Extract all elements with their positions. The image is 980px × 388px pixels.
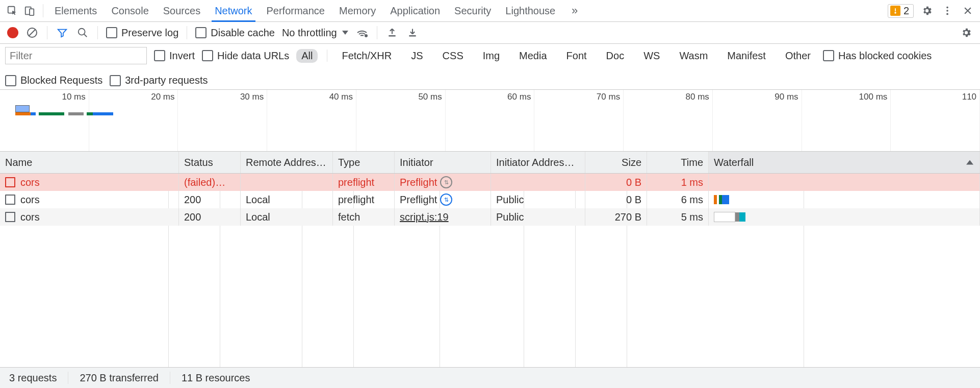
type-filter-img[interactable]: Img (478, 49, 505, 63)
cell-time: 6 ms (647, 191, 709, 208)
col-time[interactable]: Time (647, 152, 709, 173)
table-body: cors(failed)…preflightPreflight⇅0 B1 msc… (0, 174, 980, 367)
tabs-overflow-icon[interactable]: » (568, 4, 582, 18)
clear-log-icon[interactable] (25, 26, 39, 39)
tab-performance[interactable]: Performance (267, 0, 325, 21)
device-toggle-icon[interactable] (22, 4, 37, 18)
request-row[interactable]: cors200LocalpreflightPreflight⇅Public0 B… (0, 191, 980, 208)
requests-table: Name Status Remote Addres… Type Initiato… (0, 152, 980, 368)
col-remote[interactable]: Remote Addres… (241, 152, 333, 173)
tab-memory[interactable]: Memory (339, 0, 376, 21)
tab-elements[interactable]: Elements (55, 0, 97, 21)
type-filter-fetchxhr[interactable]: Fetch/XHR (337, 49, 397, 63)
separator (47, 26, 47, 39)
search-icon[interactable] (76, 26, 89, 39)
filter-input[interactable] (5, 47, 147, 64)
cell-time: 5 ms (647, 208, 709, 226)
col-type[interactable]: Type (333, 152, 395, 173)
throttling-value: No throttling (282, 27, 337, 39)
col-waterfall[interactable]: Waterfall (709, 152, 980, 173)
settings-gear-icon[interactable] (920, 4, 934, 18)
col-waterfall-label: Waterfall (714, 157, 754, 168)
timeline-tick: 100 ms (802, 90, 891, 151)
has-blocked-cookies-checkbox[interactable]: Has blocked cookies (823, 50, 932, 62)
type-filter-doc[interactable]: Doc (601, 49, 630, 63)
request-row[interactable]: cors200Localfetchscript.js:19Public270 B… (0, 208, 980, 226)
checkbox-icon (202, 50, 213, 61)
issues-count: 2 (904, 5, 909, 17)
cell-remote: Local (241, 208, 333, 226)
timeline-tick: 10 ms (0, 90, 89, 151)
type-filter-font[interactable]: Font (561, 49, 592, 63)
filter-funnel-icon[interactable] (56, 26, 69, 39)
kebab-menu-icon[interactable] (940, 4, 955, 18)
issues-badge[interactable]: 2 (888, 4, 914, 18)
checkbox-icon (106, 27, 117, 38)
disable-cache-checkbox[interactable]: Disable cache (195, 27, 275, 39)
initiator-link[interactable]: script.js:19 (400, 211, 449, 223)
disable-cache-label: Disable cache (211, 27, 275, 39)
timeline-tick: 30 ms (178, 90, 267, 151)
cell-waterfall (709, 174, 980, 191)
svg-rect-11 (409, 35, 416, 37)
resource-type-filters: AllFetch/XHRJSCSSImgMediaFontDocWSWasmMa… (296, 49, 816, 63)
type-filter-js[interactable]: JS (406, 49, 428, 63)
panel-settings-gear-icon[interactable] (960, 26, 973, 39)
invert-checkbox[interactable]: Invert (154, 50, 195, 62)
preserve-log-checkbox[interactable]: Preserve log (106, 27, 178, 39)
hide-data-urls-label: Hide data URLs (217, 50, 289, 62)
type-filter-other[interactable]: Other (780, 49, 816, 63)
cell-type: fetch (333, 208, 395, 226)
initiator-text: Preflight (400, 194, 437, 206)
timeline-requests-strip (15, 112, 113, 115)
request-row[interactable]: cors(failed)…preflightPreflight⇅0 B1 ms (0, 174, 980, 191)
third-party-checkbox[interactable]: 3rd-party requests (110, 75, 208, 86)
separator (68, 372, 68, 384)
col-initiator-address[interactable]: Initiator Addres… (491, 152, 585, 173)
record-button[interactable] (7, 27, 18, 38)
cell-initiator: script.js:19 (395, 208, 491, 226)
tab-application[interactable]: Application (390, 0, 440, 21)
tab-network[interactable]: Network (215, 0, 252, 21)
tab-console[interactable]: Console (111, 0, 148, 21)
col-name[interactable]: Name (0, 152, 179, 173)
cell-remote (241, 174, 333, 191)
network-conditions-icon[interactable] (355, 26, 369, 39)
cell-initiator: Preflight⇅ (395, 174, 491, 191)
type-filter-css[interactable]: CSS (437, 49, 469, 63)
type-filter-manifest[interactable]: Manifest (722, 49, 771, 63)
export-har-icon[interactable] (406, 26, 419, 39)
type-filter-media[interactable]: Media (514, 49, 552, 63)
file-icon (5, 195, 15, 205)
overview-timeline[interactable]: 10 ms20 ms30 ms40 ms50 ms60 ms70 ms80 ms… (0, 90, 980, 152)
cell-type: preflight (333, 174, 395, 191)
inspect-element-icon[interactable] (5, 4, 19, 18)
tab-security[interactable]: Security (454, 0, 491, 21)
col-size[interactable]: Size (585, 152, 647, 173)
close-devtools-icon[interactable] (961, 4, 975, 18)
tab-sources[interactable]: Sources (163, 0, 200, 21)
sort-indicator-icon (966, 160, 973, 165)
blocked-requests-label: Blocked Requests (20, 75, 102, 86)
cell-initiator: Preflight⇅ (395, 191, 491, 208)
col-status[interactable]: Status (179, 152, 241, 173)
checkbox-icon (195, 27, 207, 38)
timeline-tick: 80 ms (624, 90, 713, 151)
timeline-tick-label: 110 (962, 92, 976, 102)
blocked-requests-checkbox[interactable]: Blocked Requests (5, 75, 102, 86)
type-filter-wasm[interactable]: Wasm (674, 49, 713, 63)
type-filter-ws[interactable]: WS (638, 49, 665, 63)
tab-lighthouse[interactable]: Lighthouse (505, 0, 555, 21)
cell-waterfall (709, 191, 980, 208)
status-resources: 11 B resources (182, 372, 250, 384)
throttling-select[interactable]: No throttling (282, 27, 348, 39)
hide-data-urls-checkbox[interactable]: Hide data URLs (202, 50, 289, 62)
type-filter-all[interactable]: All (296, 49, 318, 63)
col-initiator[interactable]: Initiator (395, 152, 491, 173)
svg-rect-2 (30, 9, 34, 15)
separator (187, 26, 187, 39)
devtools-tabbar: ElementsConsoleSourcesNetworkPerformance… (0, 0, 980, 22)
import-har-icon[interactable] (385, 26, 399, 39)
cell-type: preflight (333, 191, 395, 208)
cell-status: (failed)… (179, 174, 241, 191)
